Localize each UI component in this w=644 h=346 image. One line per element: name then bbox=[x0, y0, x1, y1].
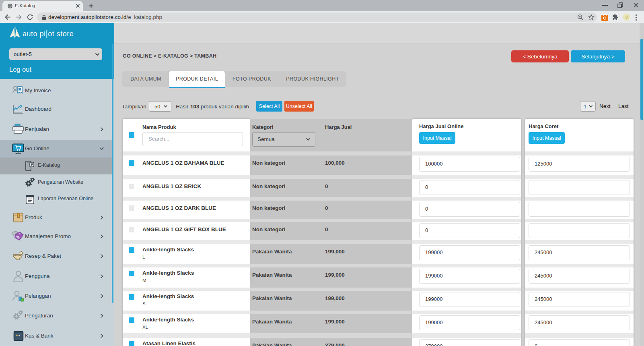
svg-text:%: % bbox=[16, 235, 20, 240]
